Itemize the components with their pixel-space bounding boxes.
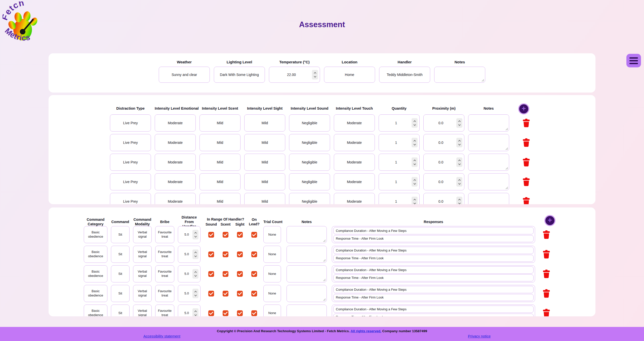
response-input[interactable]: Response Time - After Firm Look [333,255,534,262]
response-input[interactable]: Response Time - After Firm Look [333,314,534,317]
quantity-input[interactable]: 1 [379,134,420,151]
command-input[interactable]: Sit [111,226,130,243]
intensity-touch-input[interactable]: Moderate [334,154,375,171]
delete-row-button[interactable] [543,289,550,298]
weather-input[interactable]: Sunny and clear [159,67,210,83]
row-notes-textarea[interactable] [287,265,327,282]
command-input[interactable]: Sit [111,265,130,282]
response-input[interactable]: Compliance Duration - After Moving a Few… [333,266,534,274]
command-category-input[interactable]: Basic obedience [84,246,107,263]
proximity-input[interactable]: 0.0 [423,154,464,171]
bribe-input[interactable]: Favourite treat [155,265,174,282]
privacy-notice-link[interactable]: Privacy notice [468,334,491,338]
distraction-type-input[interactable]: Live Prey [110,193,151,204]
trial-count-input[interactable]: None [263,305,281,316]
quantity-input[interactable]: 1 [379,114,420,132]
checkbox-in-range-sound[interactable] [208,310,214,316]
intensity-sight-input[interactable]: Mild [244,114,285,132]
checkbox-in-range-sound[interactable] [208,232,214,238]
add-command-button[interactable]: + [544,215,555,226]
resize-grip-icon[interactable] [505,147,508,150]
checkbox-in-range-sight[interactable] [237,310,243,316]
intensity-touch-input[interactable]: Moderate [334,134,375,151]
intensity-sound-input[interactable]: Negligible [289,193,330,204]
distraction-type-input[interactable]: Live Prey [110,173,151,190]
intensity-emotional-input[interactable]: Moderate [155,134,196,151]
delete-row-button[interactable] [543,270,550,278]
add-distraction-button[interactable]: + [518,103,529,114]
bribe-input[interactable]: Favourite treat [155,285,174,302]
number-stepper-icon[interactable] [456,118,462,128]
checkbox-on-lead[interactable] [251,251,257,257]
row-notes-textarea[interactable] [468,154,509,171]
command-category-input[interactable]: Basic obedience [84,285,107,302]
number-stepper-icon[interactable] [192,289,198,298]
resize-grip-icon[interactable] [505,187,508,189]
response-input[interactable]: Response Time - After Firm Look [333,235,534,242]
lighting-level-input[interactable]: Dark With Some Lighting [214,67,265,83]
delete-row-button[interactable] [543,230,550,239]
trial-count-input[interactable]: None [263,285,281,302]
resize-grip-icon[interactable] [505,167,508,170]
command-category-input[interactable]: Basic obedience [84,226,107,243]
accessibility-statement-link[interactable]: Accessibility statement [143,334,180,338]
intensity-sound-input[interactable]: Negligible [289,114,330,132]
response-input[interactable]: Compliance Duration - After Moving a Few… [333,286,534,293]
number-stepper-icon[interactable] [192,230,198,239]
bribe-input[interactable]: Favourite treat [155,246,174,263]
checkbox-in-range-sound[interactable] [208,251,214,257]
resize-grip-icon[interactable] [505,128,508,131]
response-input[interactable]: Compliance Duration - After Moving a Few… [333,247,534,254]
distance-input[interactable]: 5.0 [178,305,200,316]
command-input[interactable]: Sit [111,285,130,302]
command-category-input[interactable]: Basic obedience [84,305,107,316]
intensity-emotional-input[interactable]: Moderate [155,154,196,171]
number-stepper-icon[interactable] [456,157,462,167]
number-stepper-icon[interactable] [192,269,198,279]
intensity-emotional-input[interactable]: Moderate [155,114,196,132]
number-stepper-icon[interactable] [412,197,418,204]
checkbox-on-lead[interactable] [251,271,257,277]
intensity-scent-input[interactable]: Mild [199,154,240,171]
row-notes-textarea[interactable] [287,246,327,263]
delete-row-button[interactable] [522,138,530,147]
delete-row-button[interactable] [522,197,530,204]
quantity-input[interactable]: 1 [379,173,420,190]
distraction-type-input[interactable]: Live Prey [110,114,151,132]
command-modality-input[interactable]: Verbal signal [133,265,152,282]
number-stepper-icon[interactable] [412,138,418,147]
checkbox-in-range-scent[interactable] [223,232,228,238]
number-stepper-icon[interactable] [456,197,462,204]
resize-grip-icon[interactable] [323,239,326,242]
delete-row-button[interactable] [522,158,530,166]
checkbox-in-range-sight[interactable] [237,232,243,238]
distraction-type-input[interactable]: Live Prey [110,154,151,171]
row-notes-textarea[interactable] [468,114,509,132]
command-input[interactable]: Sit [111,246,130,263]
number-stepper-icon[interactable] [192,308,198,316]
checkbox-in-range-sound[interactable] [208,271,214,277]
intensity-sound-input[interactable]: Negligible [289,134,330,151]
number-stepper-icon[interactable] [412,157,418,167]
intensity-sight-input[interactable]: Mild [244,173,285,190]
row-notes-textarea[interactable] [287,226,327,243]
intensity-touch-input[interactable]: Moderate [334,114,375,132]
row-notes-textarea[interactable] [468,173,509,190]
checkbox-in-range-sight[interactable] [237,251,243,257]
command-modality-input[interactable]: Verbal signal [133,246,152,263]
quantity-input[interactable]: 1 [379,193,420,204]
command-modality-input[interactable]: Verbal signal [133,305,152,316]
resize-grip-icon[interactable] [323,298,326,301]
checkbox-in-range-scent[interactable] [223,291,228,296]
row-notes-textarea[interactable] [287,305,327,316]
distance-input[interactable]: 5.0 [178,285,200,302]
number-stepper-icon[interactable] [412,177,418,187]
distraction-type-input[interactable]: Live Prey [110,134,151,151]
intensity-sound-input[interactable]: Negligible [289,154,330,171]
number-stepper-icon[interactable] [192,249,198,259]
intensity-sight-input[interactable]: Mild [244,154,285,171]
intensity-scent-input[interactable]: Mild [199,134,240,151]
checkbox-in-range-sight[interactable] [237,291,243,296]
checkbox-in-range-sight[interactable] [237,271,243,277]
command-modality-input[interactable]: Verbal signal [133,285,152,302]
